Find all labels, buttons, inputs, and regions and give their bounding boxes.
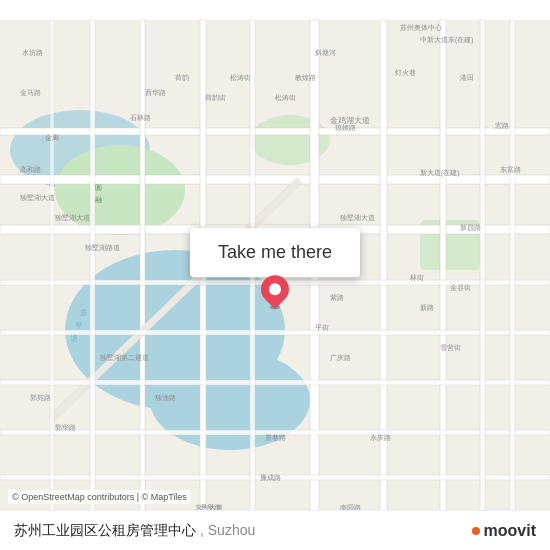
svg-text:石林路: 石林路 <box>130 114 151 121</box>
svg-text:郭苑路: 郭苑路 <box>30 394 51 401</box>
svg-text:教煌路: 教煌路 <box>295 74 316 81</box>
moovit-dot-icon <box>472 527 480 535</box>
svg-point-4 <box>55 145 185 235</box>
svg-text:独墅湖大道: 独墅湖大道 <box>340 214 375 221</box>
location-info: 苏州工业园区公租房管理中心, Suzhou <box>14 521 255 540</box>
svg-text:融: 融 <box>95 196 102 203</box>
svg-text:平街: 平街 <box>315 324 329 331</box>
svg-rect-11 <box>380 20 387 530</box>
svg-rect-23 <box>480 20 485 530</box>
svg-text:宏路: 宏路 <box>495 122 509 129</box>
svg-text:独墅湖大道: 独墅湖大道 <box>20 194 55 201</box>
svg-text:圆: 圆 <box>95 184 102 191</box>
svg-text:苏州奥体中心: 苏州奥体中心 <box>400 24 442 31</box>
svg-text:金马路: 金马路 <box>20 89 41 96</box>
svg-text:中新大道东(在建): 中新大道东(在建) <box>420 36 473 44</box>
svg-rect-7 <box>0 175 550 184</box>
bottom-bar: 苏州工业园区公租房管理中心, Suzhou moovit <box>0 510 550 550</box>
svg-text:独墅湖路道: 独墅湖路道 <box>85 244 120 251</box>
svg-text:斜塘河: 斜塘河 <box>315 49 336 56</box>
svg-text:雪营街: 雪营街 <box>440 344 461 351</box>
svg-text:独墅湖第二通道: 独墅湖第二通道 <box>100 354 149 361</box>
svg-text:独墅湖大道: 独墅湖大道 <box>55 214 90 221</box>
svg-text:塘: 塘 <box>69 334 78 343</box>
location-name: 苏州工业园区公租房管理中心 <box>14 522 196 538</box>
svg-text:新路: 新路 <box>420 304 434 311</box>
svg-text:东富路: 东富路 <box>500 166 521 173</box>
pin-inner <box>269 283 281 295</box>
moovit-logo: moovit <box>472 522 536 540</box>
svg-text:广庆路: 广庆路 <box>330 354 351 361</box>
cta-overlay: Take me there <box>190 228 360 313</box>
svg-text:多: 多 <box>80 308 88 317</box>
svg-text:金廊: 金廊 <box>45 134 59 141</box>
svg-text:灯火巷: 灯火巷 <box>395 69 416 76</box>
svg-rect-14 <box>140 20 145 530</box>
map-attribution: © OpenStreetMap contributors | © MapTile… <box>8 490 191 504</box>
svg-text:景巷路: 景巷路 <box>265 434 286 441</box>
svg-rect-18 <box>0 330 550 335</box>
svg-rect-25 <box>90 20 95 530</box>
map-container: 金鸡湖大道 独墅湖大道 独墅湖大道 高和路 东富路 宏路 灯火巷 斜塘河 水坊路… <box>0 0 550 550</box>
svg-text:水坊路: 水坊路 <box>22 49 43 56</box>
svg-text:松涛街: 松涛街 <box>230 74 251 81</box>
svg-text:金谷街: 金谷街 <box>450 284 471 291</box>
svg-text:高和路: 高和路 <box>20 166 41 173</box>
svg-text:港田: 港田 <box>460 74 474 81</box>
map-pin <box>257 269 293 313</box>
svg-rect-24 <box>510 20 515 530</box>
svg-text:松涛街: 松涛街 <box>275 94 296 101</box>
svg-rect-19 <box>0 380 550 385</box>
svg-rect-26 <box>50 20 54 530</box>
moovit-brand-name: moovit <box>484 522 536 540</box>
svg-text:荷韵: 荷韵 <box>175 74 189 81</box>
svg-text:新昌路: 新昌路 <box>460 224 481 231</box>
svg-rect-12 <box>440 20 446 530</box>
pin-body <box>255 269 295 309</box>
svg-rect-9 <box>0 128 550 135</box>
svg-text:林街: 林街 <box>409 274 424 281</box>
svg-text:西华路: 西华路 <box>145 89 166 96</box>
svg-text:荷韵街: 荷韵街 <box>205 94 226 101</box>
location-city: , Suzhou <box>200 522 255 538</box>
svg-text:永庆路: 永庆路 <box>370 434 391 441</box>
svg-text:廉成路: 廉成路 <box>260 474 281 481</box>
svg-text:郭华路: 郭华路 <box>55 424 76 431</box>
svg-text:琼姬路: 琼姬路 <box>335 124 356 132</box>
svg-text:亨: 亨 <box>75 321 83 330</box>
svg-text:独渔路: 独渔路 <box>155 394 176 401</box>
svg-text:新大道(在建): 新大道(在建) <box>420 169 460 177</box>
